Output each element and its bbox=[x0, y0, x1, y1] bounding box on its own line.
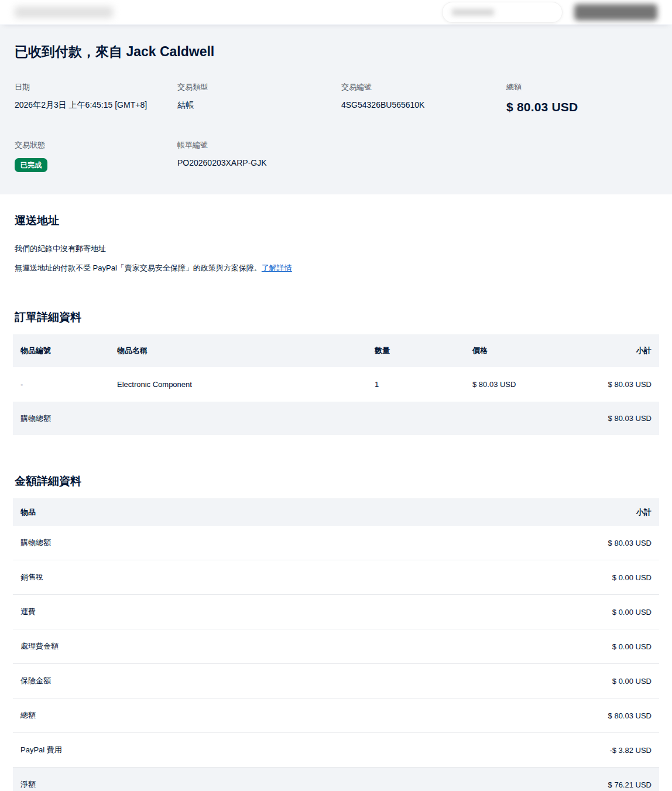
amount-row-net: 淨額 $ 76.21 USD bbox=[13, 767, 659, 791]
row-label: 處理費金額 bbox=[20, 641, 612, 652]
amount-row-insurance: 保險金額 $ 0.00 USD bbox=[13, 663, 659, 698]
field-date: 日期 2026年2月3日 上午6:45:15 [GMT+8] bbox=[15, 82, 177, 114]
order-details-section: 訂單詳細資料 物品編號 物品名稱 數量 價格 小計 - Electronic C… bbox=[0, 310, 672, 435]
column-header-item-id: 物品編號 bbox=[20, 345, 117, 356]
cell-subtotal: $ 80.03 USD bbox=[598, 380, 652, 389]
total-value: $ 80.03 USD bbox=[506, 100, 657, 114]
field-transaction-id: 交易編號 4SG54326BU565610K bbox=[341, 82, 506, 114]
top-bar-actions bbox=[442, 2, 657, 23]
purchase-total-value: $ 80.03 USD bbox=[608, 414, 652, 423]
row-label: PayPal 費用 bbox=[20, 745, 609, 755]
cell-price: $ 80.03 USD bbox=[472, 380, 598, 389]
row-value: $ 76.21 USD bbox=[608, 780, 652, 789]
field-total: 總額 $ 80.03 USD bbox=[506, 82, 657, 114]
row-label: 保險金額 bbox=[20, 676, 612, 686]
amount-row-sales-tax: 銷售稅 $ 0.00 USD bbox=[13, 560, 659, 594]
transaction-id-label: 交易編號 bbox=[341, 82, 506, 93]
transaction-type-value: 結帳 bbox=[177, 100, 341, 111]
order-table-footer-row: 購物總額 $ 80.03 USD bbox=[13, 402, 659, 435]
field-invoice-id: 帳單編號 PO20260203XARP-GJK bbox=[177, 140, 341, 172]
top-bar bbox=[0, 0, 672, 25]
redacted-search-placeholder bbox=[452, 9, 494, 16]
row-label: 淨額 bbox=[20, 779, 608, 790]
row-value: $ 0.00 USD bbox=[612, 677, 652, 686]
amount-details-table: 物品 小計 購物總額 $ 80.03 USD 銷售稅 $ 0.00 USD 運費… bbox=[13, 498, 659, 791]
column-header-quantity: 數量 bbox=[375, 345, 472, 356]
order-table-header-row: 物品編號 物品名稱 數量 價格 小計 bbox=[13, 334, 659, 367]
column-header-subtotal: 小計 bbox=[598, 345, 652, 356]
date-label: 日期 bbox=[15, 82, 177, 93]
amount-table-header-row: 物品 小計 bbox=[13, 498, 659, 526]
transaction-status-label: 交易狀態 bbox=[15, 140, 177, 150]
field-transaction-type: 交易類型 結帳 bbox=[177, 82, 341, 114]
payment-summary-panel: 已收到付款，來自 Jack Caldwell 日期 2026年2月3日 上午6:… bbox=[0, 25, 672, 194]
redacted-logo bbox=[15, 6, 113, 18]
shipping-policy-body: 無運送地址的付款不受 PayPal「賣家交易安全保障」的政策與方案保障。 bbox=[15, 263, 262, 272]
order-details-heading: 訂單詳細資料 bbox=[0, 310, 672, 325]
column-header-item: 物品 bbox=[20, 507, 636, 518]
shipping-no-address-text: 我們的紀錄中沒有郵寄地址 bbox=[0, 244, 672, 254]
status-badge: 已完成 bbox=[15, 158, 47, 172]
amount-row-shipping-fee: 運費 $ 0.00 USD bbox=[13, 594, 659, 629]
row-value: -$ 3.82 USD bbox=[609, 746, 652, 755]
page-title: 已收到付款，來自 Jack Caldwell bbox=[15, 43, 657, 61]
learn-more-link[interactable]: 了解詳情 bbox=[262, 263, 292, 272]
row-label: 總額 bbox=[20, 710, 608, 721]
shipping-address-heading: 運送地址 bbox=[0, 213, 672, 228]
purchase-total-label: 購物總額 bbox=[20, 413, 608, 424]
order-table-row: - Electronic Component 1 $ 80.03 USD $ 8… bbox=[13, 367, 659, 402]
row-label: 銷售稅 bbox=[20, 572, 612, 583]
column-header-amount-subtotal: 小計 bbox=[636, 507, 652, 518]
cell-item-id: - bbox=[20, 380, 117, 389]
row-value: $ 0.00 USD bbox=[612, 642, 652, 651]
invoice-id-value: PO20260203XARP-GJK bbox=[177, 158, 341, 167]
cell-quantity: 1 bbox=[375, 380, 472, 389]
column-header-item-name: 物品名稱 bbox=[117, 345, 375, 356]
total-label: 總額 bbox=[506, 82, 657, 93]
transaction-type-label: 交易類型 bbox=[177, 82, 341, 93]
invoice-id-label: 帳單編號 bbox=[177, 140, 341, 150]
search-input[interactable] bbox=[442, 2, 563, 23]
row-value: $ 80.03 USD bbox=[608, 711, 652, 720]
amount-row-total: 總額 $ 80.03 USD bbox=[13, 698, 659, 732]
amount-details-heading: 金額詳細資料 bbox=[0, 474, 672, 489]
shipping-policy-text: 無運送地址的付款不受 PayPal「賣家交易安全保障」的政策與方案保障。了解詳情 bbox=[0, 263, 672, 273]
amount-row-paypal-fee: PayPal 費用 -$ 3.82 USD bbox=[13, 732, 659, 767]
transaction-id-value: 4SG54326BU565610K bbox=[341, 100, 506, 109]
shipping-address-section: 運送地址 我們的紀錄中沒有郵寄地址 無運送地址的付款不受 PayPal「賣家交易… bbox=[0, 213, 672, 273]
summary-grid: 日期 2026年2月3日 上午6:45:15 [GMT+8] 交易類型 結帳 交… bbox=[15, 82, 657, 172]
redacted-action-button[interactable] bbox=[574, 4, 657, 20]
amount-row-handling-fee: 處理費金額 $ 0.00 USD bbox=[13, 629, 659, 663]
row-value: $ 0.00 USD bbox=[612, 573, 652, 582]
row-value: $ 80.03 USD bbox=[608, 539, 652, 547]
order-details-table: 物品編號 物品名稱 數量 價格 小計 - Electronic Componen… bbox=[13, 334, 659, 435]
field-transaction-status: 交易狀態 已完成 bbox=[15, 140, 177, 172]
cell-item-name: Electronic Component bbox=[117, 380, 375, 389]
column-header-price: 價格 bbox=[472, 345, 598, 356]
amount-details-section: 金額詳細資料 物品 小計 購物總額 $ 80.03 USD 銷售稅 $ 0.00… bbox=[0, 474, 672, 791]
date-value: 2026年2月3日 上午6:45:15 [GMT+8] bbox=[15, 100, 177, 111]
row-label: 購物總額 bbox=[20, 537, 608, 548]
amount-row-purchase-total: 購物總額 $ 80.03 USD bbox=[13, 526, 659, 560]
row-value: $ 0.00 USD bbox=[612, 608, 652, 617]
row-label: 運費 bbox=[20, 607, 612, 617]
